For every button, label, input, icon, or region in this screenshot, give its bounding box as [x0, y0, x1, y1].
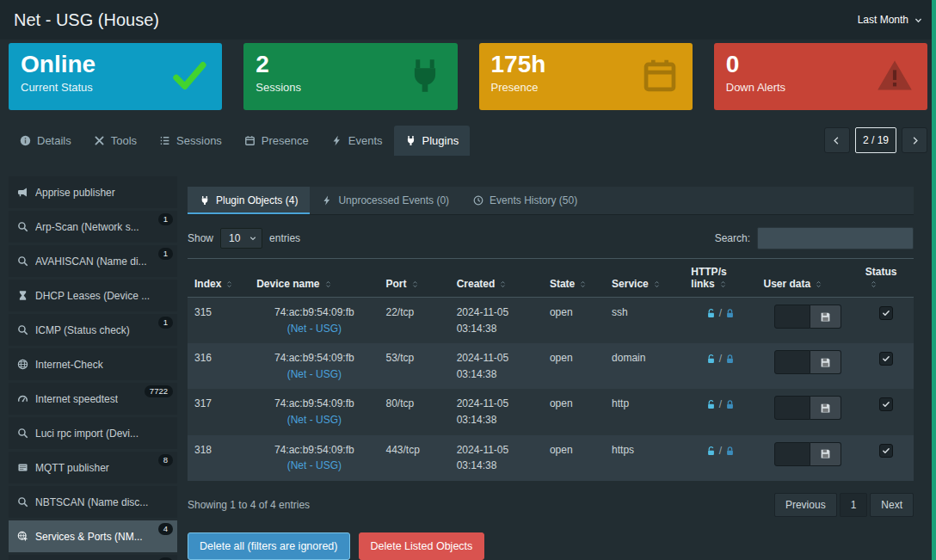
plugin-list: Apprise publisherArp-Scan (Network s...1… — [9, 176, 177, 560]
user-data-input[interactable] — [774, 442, 810, 466]
link-separator: / — [719, 307, 722, 319]
cell-http-links: / — [684, 389, 756, 434]
plugin-list-item[interactable]: ICMP (Status check)1 — [9, 314, 177, 346]
http-link[interactable] — [705, 352, 717, 365]
search-icon — [17, 255, 28, 267]
status-checkbox[interactable] — [879, 352, 893, 366]
cell-port: 53/tcp — [379, 343, 450, 389]
device-link[interactable]: (Net - USG) — [287, 323, 342, 335]
page-size-select-wrap: 10 — [220, 228, 262, 249]
cell-state: open — [543, 389, 605, 434]
pagination: Previous1Next — [774, 493, 914, 517]
column-header[interactable]: State — [543, 259, 605, 298]
plugin-list-item[interactable]: Internet-Check — [9, 348, 177, 380]
cell-http-links: / — [684, 343, 756, 389]
cell-created: 2024-11-0503:14:38 — [450, 435, 543, 481]
http-link[interactable] — [705, 397, 717, 410]
user-data-input[interactable] — [774, 350, 810, 374]
column-header[interactable]: HTTP/s links — [684, 259, 756, 298]
main-tabs: DetailsToolsSessionsPresenceEventsPlugin… — [9, 126, 470, 156]
plugin-list-item[interactable]: DHCP Leases (Device ... — [9, 280, 177, 311]
status-checkbox[interactable] — [879, 397, 893, 411]
previous-page-button[interactable]: Previous — [774, 493, 837, 517]
device-link[interactable]: (Net - USG) — [287, 414, 342, 426]
column-header[interactable]: Index — [188, 259, 249, 298]
card-sessions[interactable]: 2Sessions — [243, 43, 457, 110]
plugin-table: IndexDevice namePortCreatedStateServiceH… — [188, 258, 914, 481]
page-number-button[interactable]: 1 — [840, 493, 868, 517]
link-separator: / — [719, 398, 722, 410]
calendar-icon — [641, 57, 679, 95]
save-button[interactable] — [810, 396, 841, 420]
save-button[interactable] — [810, 350, 841, 374]
device-link[interactable]: (Net - USG) — [287, 459, 342, 471]
plugin-list-item[interactable]: Luci rpc import (Devi... — [9, 417, 177, 449]
cell-device-name: 74:ac:b9:54:09:fb(Net - USG) — [249, 343, 379, 389]
cell-created: 2024-11-0503:14:38 — [450, 298, 543, 344]
save-button[interactable] — [810, 305, 841, 329]
plugin-list-item[interactable]: NSLOOKUP (Name di...1 — [9, 555, 177, 560]
column-label: Port — [386, 278, 407, 290]
https-link[interactable] — [724, 444, 736, 457]
user-data-input[interactable] — [774, 396, 810, 420]
next-page-button[interactable]: Next — [870, 493, 914, 517]
delete-all-button[interactable]: Delete all (filters are ignored) — [188, 532, 350, 560]
plugin-tab[interactable]: Events History (50) — [461, 187, 589, 214]
status-checkbox[interactable] — [879, 444, 893, 458]
column-header[interactable]: Port — [379, 259, 450, 298]
search-icon — [17, 428, 28, 439]
card-down-alerts[interactable]: 0Down Alerts — [714, 43, 927, 110]
column-header[interactable]: Device name — [249, 259, 379, 298]
period-selector[interactable]: Last Month — [858, 14, 922, 26]
https-link[interactable] — [724, 397, 736, 410]
tab-presence[interactable]: Presence — [233, 126, 320, 156]
pager-next-button[interactable] — [902, 127, 927, 153]
column-header[interactable]: User data — [756, 259, 858, 298]
page-size-select[interactable]: 10 — [220, 228, 262, 249]
lock-closed-icon — [724, 446, 736, 457]
table-controls: Show 10 entries Search: — [188, 227, 914, 249]
https-link[interactable] — [724, 352, 736, 365]
card-presence[interactable]: 175hPresence — [479, 43, 693, 110]
tab-details[interactable]: Details — [9, 126, 83, 156]
lock-open-icon — [705, 354, 717, 365]
column-header[interactable]: Service — [605, 259, 684, 298]
plugin-tab[interactable]: Unprocessed Events (0) — [310, 187, 461, 214]
http-link[interactable] — [705, 306, 717, 319]
search-input[interactable] — [757, 227, 914, 249]
plugin-tab[interactable]: Plugin Objects (4) — [188, 187, 310, 214]
plugin-list-item[interactable]: Apprise publisher — [9, 176, 177, 208]
tab-tools[interactable]: Tools — [83, 126, 148, 156]
plugin-list-item[interactable]: MQTT publisher8 — [9, 452, 177, 483]
search-icon — [17, 221, 28, 232]
delete-listed-button[interactable]: Delete Listed Objects — [359, 532, 485, 560]
tab-sessions[interactable]: Sessions — [148, 126, 233, 156]
hourglass-icon — [17, 290, 28, 301]
cell-service: http — [605, 389, 684, 434]
http-link[interactable] — [705, 444, 717, 457]
pager-prev-button[interactable] — [824, 127, 850, 153]
sort-icon — [815, 280, 822, 288]
plugin-item-label: Internet-Check — [35, 359, 103, 371]
column-header[interactable]: Created — [450, 259, 543, 298]
tab-plugins[interactable]: Plugins — [394, 126, 471, 156]
save-button[interactable] — [810, 442, 841, 466]
chevron-down-icon — [914, 16, 922, 24]
plugin-list-item[interactable]: Internet speedtest7722 — [9, 383, 177, 415]
https-link[interactable] — [724, 306, 736, 319]
status-checkbox[interactable] — [879, 306, 893, 320]
card-current-status[interactable]: OnlineCurrent Status — [9, 43, 222, 110]
plugin-list-item[interactable]: NBTSCAN (Name disc... — [9, 486, 177, 518]
tab-events[interactable]: Events — [320, 126, 394, 156]
column-label: Created — [457, 278, 496, 290]
search-icon — [17, 496, 28, 508]
device-link[interactable]: (Net - USG) — [287, 368, 342, 380]
plugin-list-item[interactable]: AVAHISCAN (Name di...1 — [9, 245, 177, 277]
user-data-input[interactable] — [774, 305, 810, 329]
plugin-list-item[interactable]: Arp-Scan (Network s...1 — [9, 211, 177, 243]
plugin-list-item[interactable]: Services & Ports (NM...4 — [9, 520, 177, 552]
link-separator: / — [719, 445, 722, 457]
column-header[interactable]: Status — [859, 259, 914, 298]
check-small-icon — [882, 400, 890, 409]
search-label: Search: — [715, 232, 750, 244]
